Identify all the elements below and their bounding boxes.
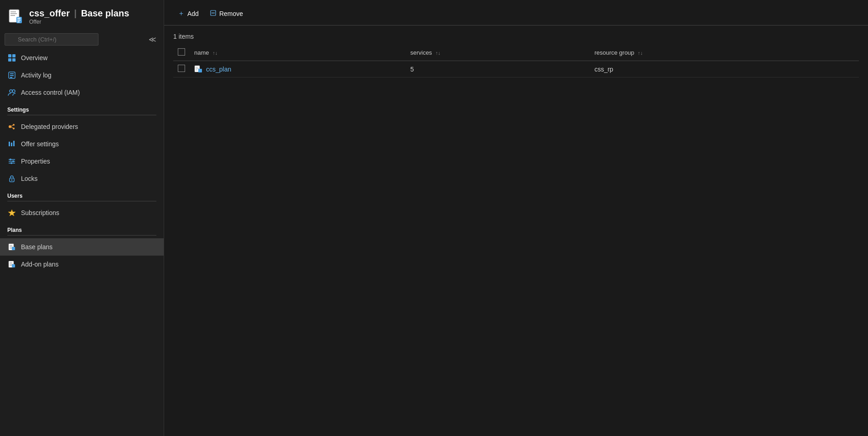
overview-label: Overview — [21, 54, 47, 62]
svg-rect-2 — [10, 13, 17, 14]
col-header-services[interactable]: services ↑↓ — [406, 45, 590, 61]
data-table: name ↑↓ services ↑↓ resource group ↑↓ — [173, 45, 859, 77]
row-name-cell: ccs_plan — [190, 61, 406, 77]
svg-rect-6 — [17, 20, 21, 21]
svg-point-33 — [11, 180, 13, 181]
content-area: 1 items name ↑↓ services ↑↓ — [164, 26, 868, 436]
svg-point-17 — [12, 90, 15, 92]
sidebar-item-locks[interactable]: Locks — [0, 170, 164, 187]
svg-point-16 — [10, 90, 12, 92]
table-row: ccs_plan 5 css_rp — [173, 61, 859, 77]
activity-log-icon — [7, 71, 16, 80]
users-divider — [7, 201, 156, 201]
sidebar-item-overview[interactable]: Overview — [0, 49, 164, 67]
locks-label: Locks — [21, 175, 38, 182]
row-checkbox[interactable] — [178, 65, 185, 72]
sidebar: css_offer | Base plans Offer 🔍 ≪ — [0, 0, 164, 436]
col-name-label: name — [194, 49, 209, 56]
select-all-checkbox[interactable] — [178, 48, 185, 56]
plans-section-label: Plans — [0, 221, 164, 235]
properties-label: Properties — [21, 158, 50, 165]
svg-rect-10 — [8, 58, 11, 62]
sidebar-item-properties[interactable]: Properties — [0, 153, 164, 170]
svg-rect-14 — [10, 75, 14, 76]
svg-rect-3 — [10, 15, 15, 16]
svg-rect-44 — [12, 264, 15, 267]
items-count: 1 items — [173, 33, 859, 40]
col-services-sort-icon: ↑↓ — [435, 50, 440, 56]
svg-point-29 — [10, 159, 11, 160]
main-content: ＋ Add Remove 1 items — [164, 0, 868, 436]
row-resource-group-cell: css_rp — [590, 61, 859, 77]
svg-point-19 — [13, 124, 15, 126]
col-resource-group-sort-icon: ↑↓ — [638, 50, 643, 56]
svg-rect-50 — [196, 70, 197, 70]
users-section-label: Users — [0, 187, 164, 201]
access-control-label: Access control (IAM) — [21, 89, 80, 96]
svg-rect-5 — [17, 18, 21, 19]
subscriptions-label: Subscriptions — [21, 209, 59, 216]
row-services-cell: 5 — [406, 61, 590, 77]
base-plans-icon — [7, 242, 16, 251]
svg-rect-43 — [10, 265, 12, 266]
svg-rect-36 — [10, 245, 12, 246]
svg-rect-11 — [12, 58, 16, 62]
svg-rect-9 — [12, 54, 16, 57]
col-header-resource-group[interactable]: resource group ↑↓ — [590, 45, 859, 61]
remove-button[interactable]: Remove — [205, 7, 248, 21]
svg-rect-49 — [196, 68, 199, 69]
sidebar-item-addon-plans[interactable]: Add-on plans — [0, 256, 164, 273]
svg-rect-15 — [10, 77, 12, 78]
name-cell-content: ccs_plan — [194, 65, 401, 73]
svg-rect-13 — [10, 73, 14, 74]
toolbar: ＋ Add Remove — [164, 0, 868, 26]
offer-settings-icon — [7, 139, 16, 149]
locks-icon — [7, 174, 16, 183]
svg-rect-23 — [9, 142, 10, 146]
svg-rect-1 — [10, 11, 16, 12]
col-services-label: services — [410, 49, 432, 56]
svg-point-30 — [12, 160, 14, 162]
sidebar-item-subscriptions[interactable]: Subscriptions — [0, 204, 164, 221]
addon-plans-icon — [7, 260, 16, 269]
row-checkbox-cell — [173, 61, 190, 77]
properties-icon — [7, 157, 16, 166]
search-row: 🔍 ≪ — [0, 30, 164, 49]
table-header-row: name ↑↓ services ↑↓ resource group ↑↓ — [173, 45, 859, 61]
addon-plans-label: Add-on plans — [21, 261, 59, 268]
svg-marker-34 — [8, 210, 16, 216]
access-control-icon — [7, 88, 16, 97]
sidebar-item-delegated-providers[interactable]: Delegated providers — [0, 118, 164, 135]
collapse-button[interactable]: ≪ — [146, 33, 159, 46]
settings-section-label: Settings — [0, 101, 164, 115]
page-title: css_offer | Base plans — [29, 8, 129, 19]
sidebar-item-base-plans[interactable]: Base plans — [0, 238, 164, 256]
sidebar-item-access-control[interactable]: Access control (IAM) — [0, 84, 164, 101]
svg-rect-7 — [17, 21, 20, 22]
row-name-link[interactable]: ccs_plan — [206, 66, 231, 73]
svg-rect-8 — [8, 54, 11, 57]
search-input[interactable] — [5, 33, 98, 46]
delegated-providers-label: Delegated providers — [21, 123, 78, 130]
subscriptions-icon — [7, 208, 16, 217]
col-header-check — [173, 45, 190, 61]
sidebar-item-activity-log[interactable]: Activity log — [0, 67, 164, 84]
page-header-text: css_offer | Base plans Offer — [29, 8, 129, 25]
svg-rect-48 — [196, 67, 198, 67]
svg-point-20 — [13, 128, 15, 129]
col-header-name[interactable]: name ↑↓ — [190, 45, 406, 61]
svg-point-18 — [9, 125, 11, 128]
add-icon: ＋ — [178, 9, 185, 18]
svg-line-22 — [11, 127, 13, 128]
delegated-providers-icon — [7, 122, 16, 131]
row-item-icon — [194, 65, 202, 73]
top-nav: Overview Activity log — [0, 49, 164, 101]
svg-rect-24 — [11, 143, 12, 146]
svg-rect-25 — [13, 141, 15, 146]
search-wrapper: 🔍 — [5, 33, 142, 46]
sidebar-item-offer-settings[interactable]: Offer settings — [0, 135, 164, 153]
remove-icon — [210, 10, 217, 18]
settings-divider — [7, 115, 156, 115]
add-button[interactable]: ＋ Add — [173, 6, 203, 21]
sidebar-header: css_offer | Base plans Offer — [0, 0, 164, 30]
